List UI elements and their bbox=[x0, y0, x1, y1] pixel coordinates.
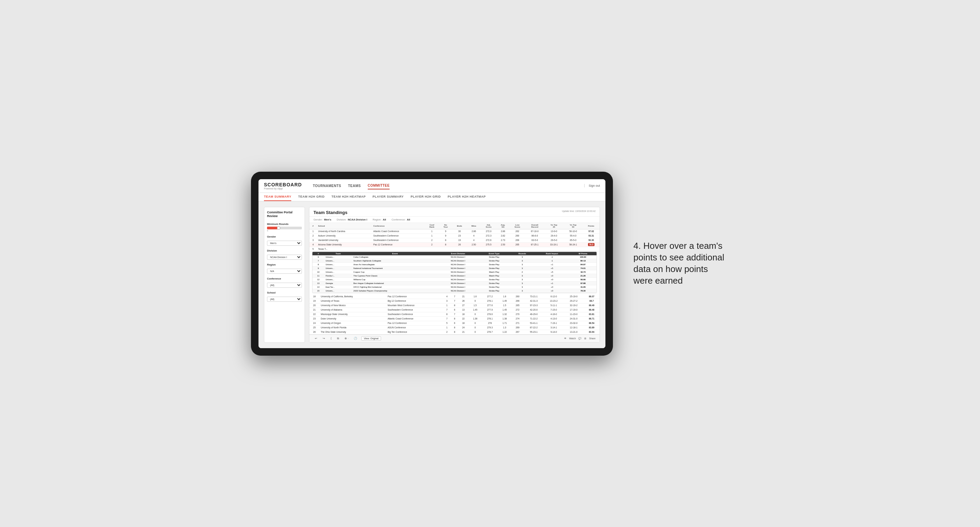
annotation-area: 4. Hover over a team's points to see add… bbox=[633, 240, 729, 286]
inner-col-type: Event Type bbox=[478, 252, 510, 255]
col-points: Points bbox=[583, 223, 600, 229]
filter-conference-display: Conference: All bbox=[392, 218, 410, 221]
filter-conference-label: Conference bbox=[267, 277, 302, 280]
logo-area: SCOREBOARD Powered by clippi bbox=[264, 182, 302, 190]
filter-conference: Conference (All) bbox=[267, 277, 302, 288]
filter-division-display: Division: NCAA Division I bbox=[337, 218, 367, 221]
table-row[interactable]: 2 Auburn University Southeastern Confere… bbox=[309, 233, 600, 238]
toolbar-redo[interactable]: ↪ bbox=[321, 336, 326, 341]
inner-table-wrapper: # Team Event Event Division Event Type R… bbox=[312, 252, 597, 293]
nav-teams[interactable]: TEAMS bbox=[348, 183, 361, 189]
table-row[interactable]: 5 Texas T... bbox=[309, 247, 600, 251]
inner-col-rounds: Rounds bbox=[510, 252, 535, 255]
toolbar-clock[interactable]: 🕐 bbox=[352, 336, 358, 341]
main-content: Committee Portal Review Minimum Rounds 5 bbox=[258, 202, 605, 348]
inner-col-event: Event bbox=[352, 252, 438, 255]
tablet-device: SCOREBOARD Powered by clippi TOURNAMENTS… bbox=[251, 172, 613, 356]
table-row[interactable]: 3 Vanderbilt University Southeastern Con… bbox=[309, 238, 600, 242]
col-rank: # bbox=[309, 223, 317, 229]
toolbar-back[interactable]: ⟨ bbox=[329, 336, 333, 341]
toolbar-copy[interactable]: ⧉ bbox=[336, 336, 340, 341]
app-header: SCOREBOARD Powered by clippi TOURNAMENTS… bbox=[258, 179, 605, 193]
table-row[interactable]: 25 University of North Florida ASUN Conf… bbox=[309, 325, 600, 330]
inner-table-row[interactable]: 12 Univers... Williams Cup NCAA Division… bbox=[312, 278, 597, 281]
toolbar-share[interactable]: Share bbox=[589, 337, 595, 340]
filter-min-rounds-label: Minimum Rounds bbox=[267, 222, 302, 225]
standings-table-bottom: 18 University of California, Berkeley Pa… bbox=[309, 295, 600, 335]
inner-table-row[interactable]: 6 Univers... Celso Collegiate NCAA Divis… bbox=[312, 255, 597, 259]
standings-filter-row: Gender: Men's Division: NCAA Division I … bbox=[309, 217, 600, 223]
toolbar-undo[interactable]: ↩ bbox=[313, 336, 318, 341]
right-panel: Team Standings Update time: 13/03/2024 1… bbox=[309, 207, 600, 343]
tab-team-h2h-heatmap[interactable]: TEAM H2H HEATMAP bbox=[332, 193, 366, 201]
filter-gender-select[interactable]: Men's bbox=[267, 241, 302, 246]
inner-col-points: W Points bbox=[570, 252, 597, 255]
filter-gender-label: Gender bbox=[267, 235, 302, 238]
table-row-expanded[interactable]: 4 Arizona State University Pac-12 Confer… bbox=[309, 242, 600, 247]
table-row[interactable]: 1 University of North Carolina Atlantic … bbox=[309, 229, 600, 233]
tab-player-h2h-heatmap[interactable]: PLAYER H2H HEATMAP bbox=[448, 193, 486, 201]
toolbar-watch[interactable]: Watch bbox=[569, 337, 576, 340]
filter-region-display: Region: All bbox=[372, 218, 386, 221]
page-wrapper: SCOREBOARD Powered by clippi TOURNAMENTS… bbox=[251, 172, 729, 356]
table-row[interactable]: 24 University of Oregon Pac-12 Conferenc… bbox=[309, 321, 600, 325]
toolbar-paste[interactable]: ⊕ · bbox=[343, 336, 350, 341]
filter-gender: Gender Men's bbox=[267, 235, 302, 246]
col-avg-sg: Avg.SG bbox=[496, 223, 509, 229]
inner-col-team: Team bbox=[325, 252, 352, 255]
inner-table-row[interactable]: 13 Georgia Ben Hogan Collegiate Invitati… bbox=[312, 281, 597, 285]
toolbar-grid-icon: ⊞ bbox=[584, 337, 586, 340]
inner-col-division: Event Division bbox=[438, 252, 478, 255]
tab-team-h2h-grid[interactable]: TEAM H2H GRID bbox=[298, 193, 325, 201]
inner-table-row[interactable]: 10 Univers... Copper Cup NCAA Division I… bbox=[312, 270, 597, 274]
nav-committee[interactable]: COMMITTEE bbox=[368, 182, 390, 189]
table-row[interactable]: 26 The Ohio State University Big Ten Con… bbox=[309, 330, 600, 334]
filter-region-label: Region bbox=[267, 263, 302, 266]
sign-out-button[interactable]: Sign out bbox=[584, 184, 600, 187]
logo-title: SCOREBOARD bbox=[264, 182, 302, 187]
toolbar-view[interactable]: View: Original bbox=[361, 336, 381, 341]
col-conference: Conference bbox=[372, 223, 425, 229]
table-row[interactable]: 20 University of New Mexico Mountain Wes… bbox=[309, 303, 600, 308]
tablet-screen: SCOREBOARD Powered by clippi TOURNAMENTS… bbox=[258, 179, 605, 348]
table-row[interactable]: 19 University of Texas Big 12 Conference… bbox=[309, 298, 600, 303]
inner-table-row[interactable]: 7 Univers... Southern Highlands Collegia… bbox=[312, 259, 597, 262]
standings-header: Team Standings Update time: 13/03/2024 1… bbox=[309, 207, 600, 217]
sub-nav: TEAM SUMMARY TEAM H2H GRID TEAM H2H HEAT… bbox=[258, 193, 605, 202]
tab-team-summary[interactable]: TEAM SUMMARY bbox=[264, 193, 291, 201]
table-row[interactable]: 18 University of California, Berkeley Pa… bbox=[309, 295, 600, 299]
filter-division-select[interactable]: NCAA Division I bbox=[267, 255, 302, 260]
nav-tournaments[interactable]: TOURNAMENTS bbox=[313, 183, 341, 189]
left-panel: Committee Portal Review Minimum Rounds 5 bbox=[264, 207, 305, 343]
tab-player-h2h-grid[interactable]: PLAYER H2H GRID bbox=[410, 193, 441, 201]
inner-table-row[interactable]: 11 Florida I... The Cypress Point Classi… bbox=[312, 274, 597, 278]
col-vs-top25: Vs Top25 bbox=[544, 223, 563, 229]
table-row[interactable]: 23 Duke University Atlantic Coast Confer… bbox=[309, 316, 600, 321]
inner-table-row[interactable]: 15 Univers... 2023 Sahalee Players Champ… bbox=[312, 289, 597, 292]
update-time: Update time: 13/03/2024 10:03:42 bbox=[562, 210, 595, 212]
col-conf-rank: ConfRank bbox=[425, 223, 439, 229]
toolbar-right: 👁 Watch 💬 ⊞ Share bbox=[564, 337, 595, 340]
table-row[interactable]: 22 Mississippi State University Southeas… bbox=[309, 312, 600, 316]
standings-title: Team Standings bbox=[313, 210, 347, 215]
filter-region-select[interactable]: N/A bbox=[267, 268, 302, 274]
filter-division-label: Division bbox=[267, 249, 302, 252]
logo-sub: Powered by clippi bbox=[264, 187, 302, 190]
inner-col-rank: # bbox=[312, 252, 325, 255]
filter-school: School (All) bbox=[267, 291, 302, 302]
filter-division: Division NCAA Division I bbox=[267, 249, 302, 260]
filter-conference-select[interactable]: (All) bbox=[267, 283, 302, 288]
toolbar-comment-icon: 💬 bbox=[578, 337, 582, 340]
tab-player-summary[interactable]: PLAYER SUMMARY bbox=[372, 193, 404, 201]
col-bnds: Bnds bbox=[452, 223, 467, 229]
filter-school-select[interactable]: (All) bbox=[267, 297, 302, 302]
standings-table: # School Conference ConfRank NoTour Bnds… bbox=[309, 223, 600, 252]
col-vs-top50: Vs Top50 bbox=[563, 223, 582, 229]
inner-table-row[interactable]: 9 Univers... National Invitational Tourn… bbox=[312, 266, 597, 270]
table-row[interactable]: 21 University of Alabama Southeastern Co… bbox=[309, 308, 600, 312]
annotation-text: 4. Hover over a team's points to see add… bbox=[633, 240, 729, 286]
inner-table-row[interactable]: 14 East Tar... OFCC Fighting Illini Invi… bbox=[312, 285, 597, 289]
col-no-tour: NoTour bbox=[439, 223, 452, 229]
inner-table-row[interactable]: 8 Univers... Amer An Intercollegiate NCA… bbox=[312, 262, 597, 266]
inner-table: # Team Event Event Division Event Type R… bbox=[312, 252, 597, 293]
